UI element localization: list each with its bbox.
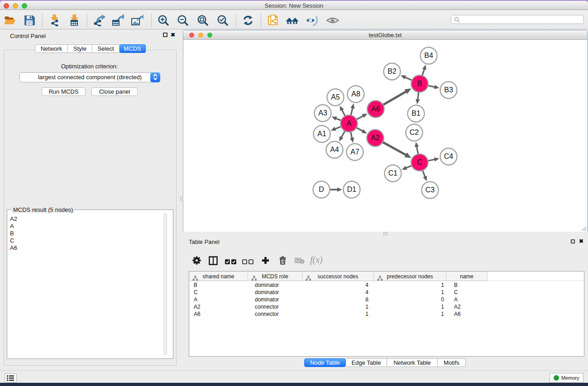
svg-text:C: C [417,158,422,166]
svg-text:B2: B2 [387,67,397,75]
svg-text:B: B [417,80,422,87]
svg-text:A2: A2 [371,134,380,142]
svg-text:A: A [347,119,352,127]
svg-text:B1: B1 [411,110,421,117]
svg-text:A4: A4 [330,146,339,153]
svg-text:A1: A1 [317,130,326,138]
svg-text:D1: D1 [347,186,357,193]
svg-text:C2: C2 [410,129,419,136]
svg-text:B3: B3 [444,86,453,94]
svg-text:A5: A5 [331,93,340,101]
svg-text:C4: C4 [444,152,454,160]
svg-text:D: D [319,186,324,193]
svg-text:A3: A3 [318,109,327,117]
svg-text:C3: C3 [425,186,435,194]
svg-text:A6: A6 [371,105,380,113]
svg-text:A8: A8 [351,90,360,98]
svg-text:C1: C1 [388,169,398,177]
svg-text:B4: B4 [424,52,433,59]
svg-text:A7: A7 [350,148,359,156]
